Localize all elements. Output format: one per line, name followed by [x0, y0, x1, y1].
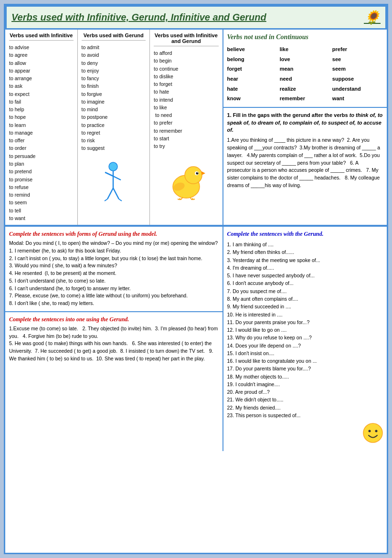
not-continuous-title: Verbs not used in Continuous	[227, 33, 383, 41]
list-item: to help	[9, 105, 74, 113]
nc-word: know	[227, 94, 278, 103]
list-item: to order	[9, 144, 74, 152]
list-item: 23. This person is suspected of...	[227, 411, 383, 419]
left-bottom: Complete the sentences with forms of Ger…	[5, 227, 223, 451]
list-item: to tell	[9, 207, 74, 214]
list-item: to risk	[82, 137, 146, 144]
svg-point-22	[369, 430, 371, 432]
list-item: to practice	[82, 121, 146, 129]
nc-word: understand	[332, 84, 383, 94]
verb-tables: Verbs used with Infinitive to advise to …	[5, 30, 223, 225]
list-item: to fail	[9, 98, 74, 105]
nc-word: realize	[280, 84, 330, 94]
svg-line-6	[105, 199, 107, 201]
nc-word: believe	[227, 45, 278, 54]
nc-word: forget	[227, 64, 278, 74]
list-item: to ask	[9, 82, 74, 90]
inf-gerund-column: Verbs used with Infinitive and Gerund to…	[150, 30, 222, 225]
list-item: to imagine	[82, 98, 146, 105]
stick-figure-container	[82, 162, 146, 205]
list-item: 5. I have never suspected anybody of...	[227, 272, 383, 279]
svg-point-9	[185, 167, 202, 184]
complete-gerund-list: 1. I am thinking of .... 2. My friend of…	[227, 241, 383, 419]
list-item: to admit	[82, 43, 146, 51]
page-title: Verbs used with Infinitive, Gerund, Infi…	[11, 12, 266, 23]
gerund-header: Verbs used with Gerund	[82, 32, 146, 41]
list-item: to enjoy	[82, 67, 146, 74]
list-item: to continue	[154, 65, 219, 73]
svg-point-0	[109, 162, 117, 171]
exercise2-title: Complete the sentences into one using th…	[9, 316, 219, 323]
list-item: 6. I don't accuse anybody of...	[227, 279, 383, 287]
infinitive-column: Verbs used with Infinitive to advise to …	[5, 30, 78, 225]
top-section: Verbs used with Infinitive to advise to …	[5, 30, 387, 226]
fill-gaps-title: 1. Fill in the gaps with the gerund afte…	[227, 112, 383, 134]
fill-gaps-box: 1. Fill in the gaps with the gerund afte…	[223, 108, 387, 225]
list-item: to forget	[154, 80, 219, 88]
chick-container	[154, 157, 219, 200]
list-item: 12. I would like to go on ....	[227, 326, 383, 334]
list-item: to refuse	[9, 183, 74, 191]
sunflower-icon: 🌻	[364, 10, 381, 25]
list-item: 20. Are proud of...?	[227, 388, 383, 396]
list-item: to hate	[154, 88, 219, 95]
list-item: 11. Do your parents praise you for...?	[227, 318, 383, 326]
list-item: to arrange	[9, 74, 74, 82]
list-item: to appear	[9, 67, 74, 74]
list-item: to learn	[9, 121, 74, 129]
exercise1-box: Complete the sentences with forms of Ger…	[5, 227, 222, 312]
svg-point-12	[197, 173, 198, 174]
nc-word: see	[332, 55, 383, 64]
list-item: to start	[154, 135, 219, 142]
not-continuous-grid: believe like prefer belong love see forg…	[227, 45, 383, 103]
list-item: to seem	[9, 199, 74, 206]
exercise1-title: Complete the sentences with forms of Ger…	[9, 231, 219, 238]
inf-gerund-header: Verbs used with Infinitive and Gerund	[154, 32, 219, 46]
smiley-face	[363, 423, 383, 443]
stick-figure-icon	[103, 162, 124, 205]
list-item: to avoid	[82, 51, 146, 59]
nc-word: love	[280, 55, 330, 64]
fill-gaps-text: 1.Are you thinking of ____ this picture …	[227, 137, 383, 189]
list-item: to hope	[9, 113, 74, 121]
list-item: 8. My aunt often complains of....	[227, 295, 383, 303]
svg-line-3	[113, 176, 121, 180]
exercise2-text: 1.Excuse me (to come) so late. 2. They o…	[9, 325, 219, 363]
svg-line-5	[113, 188, 119, 199]
list-item: 9. My friend succeeded in ....	[227, 303, 383, 310]
list-item: to try	[154, 142, 219, 150]
list-item: 19. I couldn't imagine....	[227, 380, 383, 388]
list-item: to pretend	[9, 168, 74, 175]
bottom-section: Complete the sentences with forms of Ger…	[5, 226, 387, 451]
nc-word: need	[280, 74, 330, 84]
list-item: to afford	[154, 49, 219, 57]
list-item: to manage	[9, 129, 74, 137]
page: Verbs used with Infinitive, Gerund, Infi…	[4, 4, 388, 554]
svg-point-11	[196, 172, 198, 175]
list-item: 22. My friends denied....	[227, 404, 383, 411]
list-item: to fancy	[82, 74, 146, 82]
list-item: 15. I don't insist on....	[227, 349, 383, 357]
list-item: 4. I'm dreaming of.....	[227, 264, 383, 272]
nc-word: seem	[332, 64, 383, 74]
gerund-list: to admit to avoid to deny to enjoy to fa…	[82, 43, 146, 152]
list-item: to plan	[9, 160, 74, 168]
infinitive-header: Verbs used with Infinitive	[9, 32, 74, 41]
list-item: to dislike	[154, 73, 219, 80]
list-item: to deny	[82, 59, 146, 67]
svg-line-2	[105, 172, 113, 176]
list-item: 2. My friend often thinks of......	[227, 248, 383, 256]
svg-point-23	[375, 430, 378, 432]
chick-icon	[167, 157, 205, 200]
list-item: to persuade	[9, 152, 74, 160]
list-item: to want	[9, 214, 74, 222]
nc-word: want	[332, 94, 383, 103]
list-item: to finish	[82, 82, 146, 90]
list-item: to like	[154, 104, 219, 111]
list-item: 14. Does your life depend on ....?	[227, 342, 383, 349]
gerund-column: Verbs used with Gerund to admit to avoid…	[78, 30, 150, 225]
list-item: to advise	[9, 43, 74, 51]
right-section: Verbs not used in Continuous believe lik…	[223, 30, 387, 225]
not-continuous-box: Verbs not used in Continuous believe lik…	[223, 30, 387, 108]
infinitive-list: to advise to agree to allow to appear to…	[9, 43, 74, 222]
